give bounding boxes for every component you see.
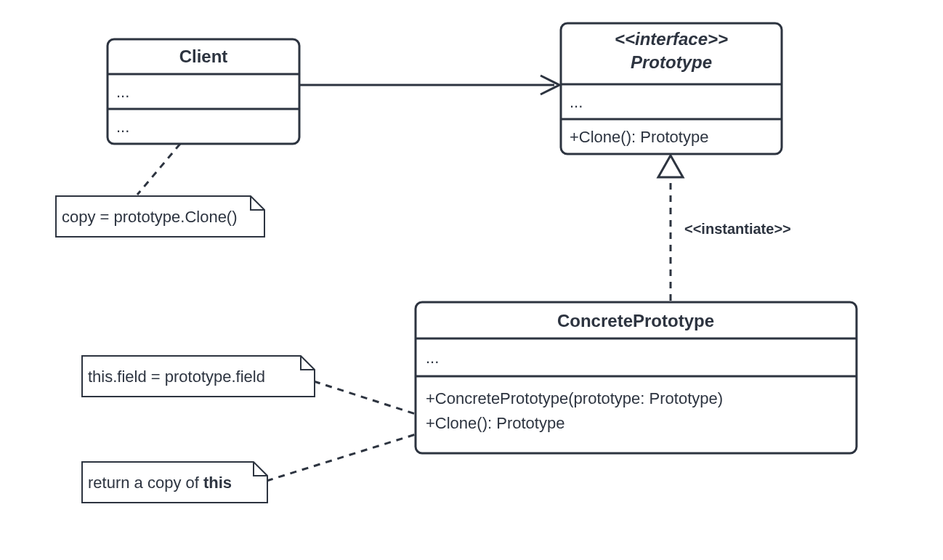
prototype-attrs: ... [570,93,583,111]
assoc-client-prototype [299,76,559,94]
class-client: Client ... ... [108,39,299,144]
concrete-op2: +Clone(): Prototype [426,414,564,432]
prototype-title: Prototype [631,52,712,72]
prototype-stereotype: <<interface>> [615,29,728,49]
instantiate-label: <<instantiate>> [684,221,791,237]
client-attrs: ... [116,83,129,101]
note-link-3 [267,434,416,481]
prototype-ops: +Clone(): Prototype [570,128,708,146]
note-return-this: return a copy of this [82,462,267,503]
class-prototype: <<interface>> Prototype ... +Clone(): Pr… [561,23,782,154]
note-return-prefix: return a copy of [88,474,203,492]
note-clone-call: copy = prototype.Clone() [56,196,264,237]
svg-marker-2 [658,155,683,177]
note-clone-call-text: copy = prototype.Clone() [62,208,238,226]
note-link-2 [314,381,416,414]
note-return-bold: this [203,474,232,492]
concrete-title: ConcretePrototype [557,311,714,330]
client-ops: ... [116,118,129,136]
concrete-op1: +ConcretePrototype(prototype: Prototype) [426,389,723,407]
client-title: Client [179,46,228,66]
note-link-1 [137,144,180,195]
note-field-copy-text: this.field = prototype.field [88,368,265,386]
uml-diagram: <<instantiate>> Client ... ... <<interfa… [0,0,943,560]
note-return-this-text: return a copy of this [88,474,232,492]
class-concrete-prototype: ConcretePrototype ... +ConcretePrototype… [416,302,857,453]
realize-concrete-prototype [658,155,683,301]
note-field-copy: this.field = prototype.field [82,356,315,397]
concrete-attrs: ... [426,349,439,367]
